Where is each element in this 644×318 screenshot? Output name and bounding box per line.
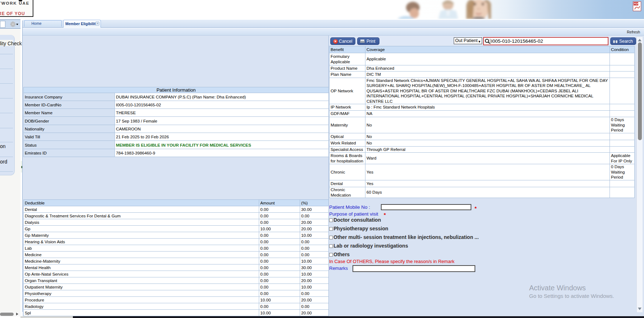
svg-text:PDF: PDF [634,3,639,5]
